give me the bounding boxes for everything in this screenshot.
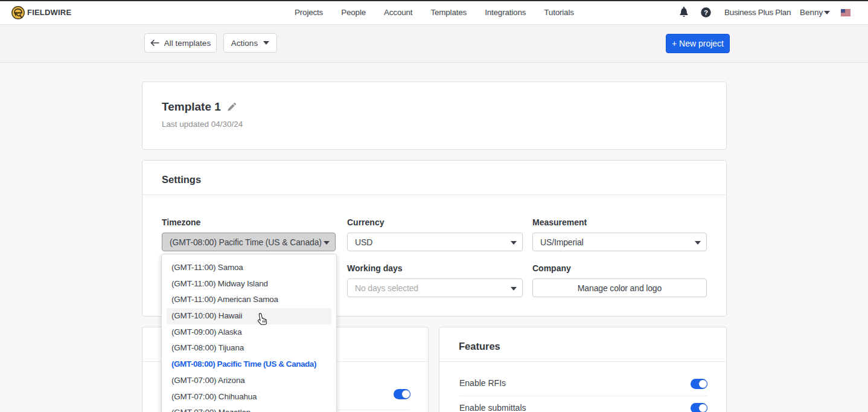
svg-text:?: ? xyxy=(704,9,708,16)
